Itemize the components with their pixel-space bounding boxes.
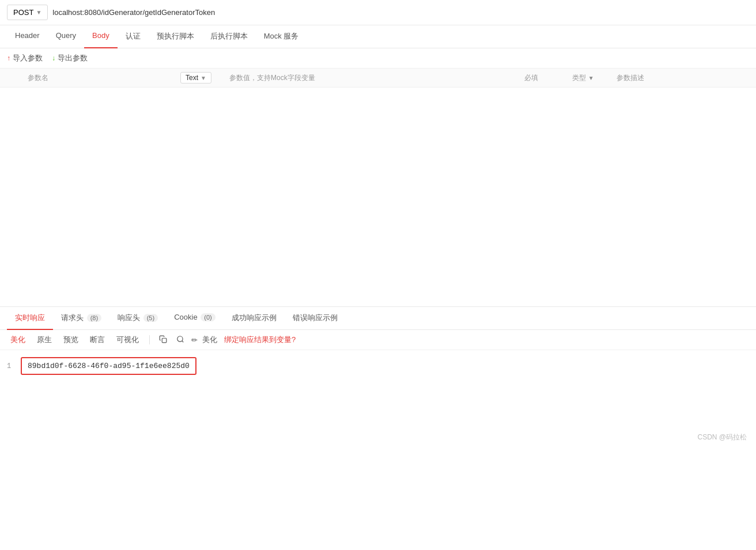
tab-body[interactable]: Body	[84, 25, 118, 48]
tab-realtime-response[interactable]: 实时响应	[7, 307, 53, 330]
required-col-header: 必填	[508, 73, 554, 83]
method-button[interactable]: POST ▼	[7, 5, 48, 20]
import-params-label: 导入参数	[13, 53, 43, 63]
watermark-text: CSDN @码拉松	[697, 433, 747, 441]
request-headers-badge: (8)	[87, 314, 101, 322]
visualize-tab-button[interactable]: 可视化	[113, 333, 142, 346]
svg-point-1	[177, 336, 183, 341]
tab-request-headers[interactable]: 请求头 (8)	[53, 307, 109, 330]
tab-mock[interactable]: Mock 服务	[256, 25, 307, 48]
footer-watermark: CSDN @码拉松	[0, 428, 756, 447]
response-content-area: 1 89bd1d0f-6628-46f0-ad95-1f1e6ee825d0	[0, 350, 756, 382]
raw-tab-button[interactable]: 原生	[33, 333, 55, 346]
body-toolbar: ↑ 导入参数 ↓ 导出参数	[0, 48, 756, 69]
method-chevron-icon: ▼	[36, 9, 41, 16]
export-params-label: 导出参数	[58, 53, 88, 63]
import-params-button[interactable]: ↑ 导入参数	[7, 53, 43, 63]
url-bar: POST ▼	[0, 0, 756, 25]
method-label: POST	[13, 8, 33, 17]
response-tab-nav: 实时响应 请求头 (8) 响应头 (5) Cookie (0) 成功响应示例 错…	[0, 307, 756, 330]
name-col-header: 参数名	[23, 73, 167, 83]
toolbar-separator	[149, 335, 150, 344]
svg-line-2	[182, 340, 184, 342]
tab-query[interactable]: Query	[48, 25, 84, 48]
response-line-1: 1 89bd1d0f-6628-46f0-ad95-1f1e6ee825d0	[7, 357, 749, 375]
response-headers-label: 响应头	[118, 313, 140, 322]
request-tab-nav: Header Query Body 认证 预执行脚本 后执行脚本 Mock 服务	[0, 25, 756, 48]
svg-rect-0	[162, 338, 167, 343]
tab-pre-script[interactable]: 预执行脚本	[149, 25, 202, 48]
kind-chevron-icon: ▼	[588, 75, 594, 81]
tab-post-script[interactable]: 后执行脚本	[202, 25, 256, 48]
response-headers-badge: (5)	[143, 314, 158, 322]
error-example-label: 错误响应示例	[293, 313, 338, 322]
tab-error-example[interactable]: 错误响应示例	[285, 307, 346, 330]
tab-auth[interactable]: 认证	[118, 25, 149, 48]
cookie-label: Cookie	[174, 313, 197, 321]
response-empty-space	[0, 382, 756, 428]
request-headers-label: 请求头	[61, 313, 84, 322]
beautify-action-icon[interactable]: ✏	[191, 336, 198, 344]
search-icon[interactable]	[174, 334, 187, 346]
line-number: 1	[7, 362, 16, 370]
tab-response-headers[interactable]: 响应头 (5)	[109, 307, 166, 330]
bind-response-button[interactable]: 绑定响应结果到变量?	[224, 335, 296, 345]
realtime-response-label: 实时响应	[15, 313, 45, 322]
copy-icon[interactable]	[157, 334, 169, 346]
url-input[interactable]	[52, 8, 749, 17]
arrow-down-icon: ↓	[52, 54, 55, 62]
cookie-badge: (0)	[201, 313, 215, 321]
tab-cookie[interactable]: Cookie (0)	[166, 307, 224, 330]
preview-tab-button[interactable]: 预览	[60, 333, 82, 346]
beautify-tab-button[interactable]: 美化	[7, 333, 29, 346]
success-example-label: 成功响应示例	[232, 313, 277, 322]
value-col-header: 参数值，支持Mock字段变量	[225, 73, 508, 83]
arrow-up-icon: ↑	[7, 54, 10, 62]
params-body-area	[0, 88, 756, 306]
desc-col-header: 参数描述	[612, 73, 756, 83]
type-label: Text	[186, 74, 198, 82]
response-toolbar: 美化 原生 预览 断言 可视化 ✏ 美化 绑定响应结果到变量?	[0, 330, 756, 350]
beautify-action-label[interactable]: 美化	[202, 335, 217, 345]
kind-col-header: 类型 ▼	[554, 73, 612, 83]
kind-label: 类型	[572, 74, 586, 82]
params-table-header: 参数名 Text ▼ 参数值，支持Mock字段变量 必填 类型 ▼ 参数描述	[0, 69, 756, 88]
tab-header[interactable]: Header	[7, 25, 48, 48]
response-value: 89bd1d0f-6628-46f0-ad95-1f1e6ee825d0	[21, 357, 196, 375]
type-dropdown[interactable]: Text ▼	[180, 72, 211, 84]
tab-success-example[interactable]: 成功响应示例	[224, 307, 285, 330]
assert-tab-button[interactable]: 断言	[86, 333, 108, 346]
export-params-button[interactable]: ↓ 导出参数	[52, 53, 88, 63]
type-chevron-icon: ▼	[201, 75, 206, 81]
type-col-header: Text ▼	[167, 72, 225, 84]
bottom-section: 实时响应 请求头 (8) 响应头 (5) Cookie (0) 成功响应示例 错…	[0, 306, 756, 428]
